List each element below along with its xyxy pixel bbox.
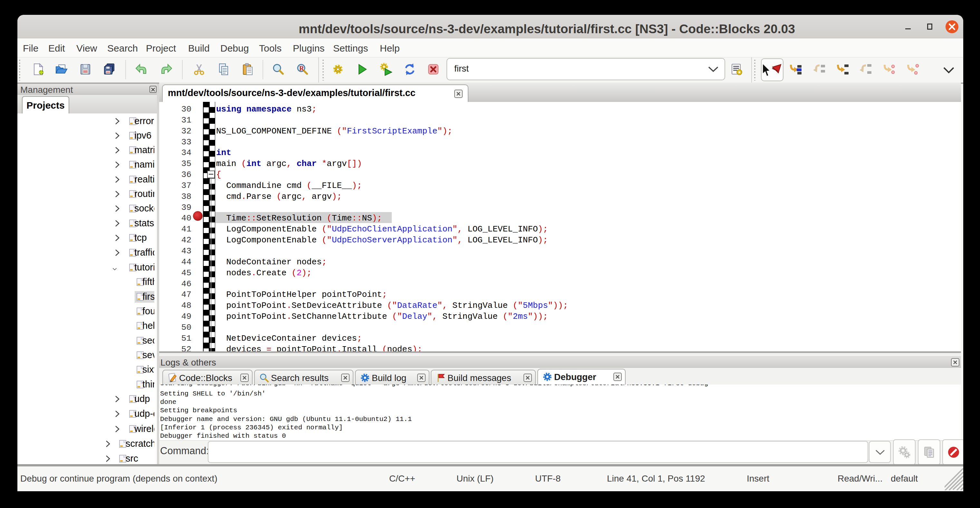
svg-text:R: R (299, 65, 304, 72)
